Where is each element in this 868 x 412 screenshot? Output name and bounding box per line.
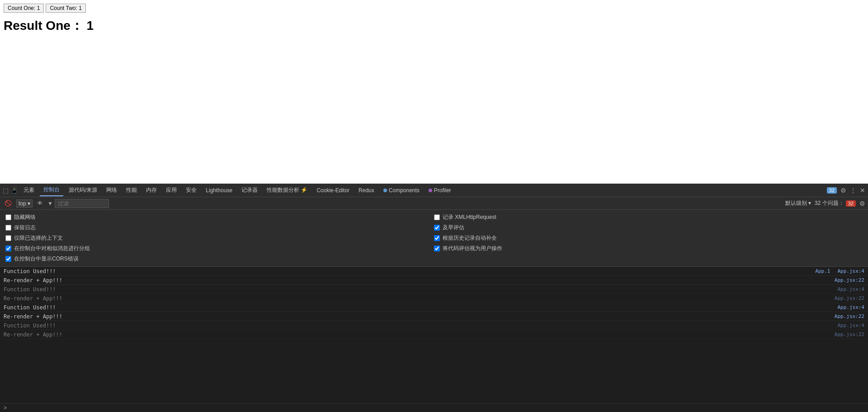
log-row: Function Used!!! App.jsx:4	[0, 321, 868, 330]
tab-redux[interactable]: Redux	[355, 185, 378, 195]
issues-label: 32 个问题：	[815, 199, 844, 207]
log-text: Function Used!!!	[4, 286, 837, 293]
option-hide-network[interactable]: 隐藏网络	[5, 213, 434, 221]
filter-input[interactable]	[55, 199, 109, 208]
eye-button[interactable]: 👁	[35, 199, 45, 208]
log-link[interactable]: App.jsx:22	[835, 313, 864, 319]
option-treat-as-user[interactable]: 将代码评估视为用户操作	[434, 245, 863, 252]
cors-errors-checkbox[interactable]	[5, 256, 11, 262]
group-similar-checkbox[interactable]	[5, 246, 11, 251]
eager-eval-checkbox[interactable]	[434, 225, 440, 231]
clear-console-button[interactable]: 🚫	[3, 199, 14, 208]
count-two-button[interactable]: Count Two: 1	[46, 4, 86, 13]
options-col-right: 记录 XMLHttpRequest 及早评估 根据历史记录自动补全 将代码评估视…	[434, 213, 863, 263]
button-row: Count One: 1 Count Two: 1	[4, 4, 864, 13]
top-select[interactable]: top ▾	[16, 199, 33, 208]
tab-security[interactable]: 安全	[182, 185, 200, 196]
profiler-dot	[429, 189, 432, 192]
tab-perf-insights[interactable]: 性能数据分析 ⚡	[263, 185, 311, 196]
filter-area: ▼	[47, 199, 109, 208]
log-link[interactable]: App.jsx:4	[837, 304, 864, 310]
log-link[interactable]: App.jsx:22	[835, 277, 864, 283]
tab-performance[interactable]: 性能	[123, 185, 141, 196]
more-icon[interactable]: ⋮	[850, 187, 856, 194]
device-icon[interactable]: 📱	[10, 187, 18, 194]
log-row: Re-render + App!!! App.jsx:22	[0, 330, 868, 339]
option-eager-eval[interactable]: 及早评估	[434, 224, 863, 232]
log-link[interactable]: App.jsx:22	[835, 331, 864, 337]
toolbar-right: 32 ⚙ ⋮ ✕	[827, 187, 865, 194]
option-group-similar[interactable]: 在控制台中对相似消息进行分组	[5, 245, 434, 252]
tab-recorder[interactable]: 记录器	[238, 185, 261, 196]
log-xmlhttp-checkbox[interactable]	[434, 214, 440, 220]
option-preserve-log[interactable]: 保留日志	[5, 224, 434, 232]
tab-components[interactable]: Components	[380, 185, 423, 195]
option-selected-context[interactable]: 仅限已选择的上下文	[5, 234, 434, 242]
tab-profiler[interactable]: Profiler	[425, 185, 455, 195]
option-autocomplete[interactable]: 根据历史记录自动补全	[434, 234, 863, 242]
autocomplete-checkbox[interactable]	[434, 235, 440, 241]
tab-elements[interactable]: 元素	[20, 185, 38, 196]
options-col-left: 隐藏网络 保留日志 仅限已选择的上下文 在控制台中对相似消息进行分组 在控制台中…	[5, 213, 434, 263]
option-log-xmlhttp[interactable]: 记录 XMLHttpRequest	[434, 213, 863, 221]
log-link-2[interactable]: App.jsx:4	[837, 268, 864, 274]
error-badge: 32	[827, 187, 837, 194]
tab-cookie-editor[interactable]: Cookie-Editor	[313, 185, 353, 195]
log-text: Function Used!!!	[4, 268, 815, 275]
log-row: Re-render + App!!! App.jsx:22	[0, 294, 868, 303]
filter-icon: ▼	[47, 200, 53, 207]
console-input-row: >	[0, 403, 868, 412]
inspect-icon[interactable]: ⬚	[3, 187, 9, 194]
log-text: Re-render + App!!!	[4, 295, 835, 302]
treat-as-user-checkbox[interactable]	[434, 246, 440, 251]
gear-icon[interactable]: ⚙	[859, 200, 865, 207]
components-dot	[383, 189, 387, 192]
log-row: Function Used!!! App.jsx:4	[0, 285, 868, 294]
preserve-log-checkbox[interactable]	[5, 225, 11, 231]
log-link[interactable]: App.1	[815, 268, 830, 274]
tab-memory[interactable]: 内存	[142, 185, 160, 196]
devtools-panel: ⬚ 📱 元素 控制台 源代码/来源 网络 性能 内存 应用 安全 Lightho…	[0, 184, 868, 412]
log-row: Re-render + App!!! App.jsx:22	[0, 276, 868, 285]
options-panel: 隐藏网络 保留日志 仅限已选择的上下文 在控制台中对相似消息进行分组 在控制台中…	[0, 210, 868, 267]
log-row: Function Used!!! App.jsx:4	[0, 303, 868, 312]
tab-lighthouse[interactable]: Lighthouse	[202, 185, 236, 195]
result-text: Result One： 1	[4, 17, 864, 34]
issues-count: 32	[846, 200, 856, 207]
chevron-icon: >	[4, 405, 7, 411]
console-log-area: Function Used!!! App.1 App.jsx:4 Re-rend…	[0, 267, 868, 403]
devtools-tab-bar: ⬚ 📱 元素 控制台 源代码/来源 网络 性能 内存 应用 安全 Lightho…	[0, 184, 868, 197]
log-text: Re-render + App!!!	[4, 331, 835, 338]
close-icon[interactable]: ✕	[860, 187, 865, 194]
log-text: Re-render + App!!!	[4, 313, 835, 320]
console-toolbar: 🚫 top ▾ 👁 ▼ 默认级别 ▾ 32 个问题： 32 ⚙	[0, 197, 868, 210]
console-toolbar-right: 默认级别 ▾ 32 个问题： 32 ⚙	[785, 199, 865, 207]
issues-badge: 32 个问题： 32	[815, 199, 856, 207]
tab-network[interactable]: 网络	[103, 185, 121, 196]
selected-context-checkbox[interactable]	[5, 235, 11, 241]
log-text: Re-render + App!!!	[4, 277, 835, 284]
default-level-label[interactable]: 默认级别 ▾	[785, 199, 811, 207]
option-cors-errors[interactable]: 在控制台中显示CORS错误	[5, 255, 434, 263]
log-text: Function Used!!!	[4, 304, 837, 311]
tab-sources[interactable]: 源代码/来源	[65, 185, 101, 196]
settings-icon[interactable]: ⚙	[840, 187, 846, 194]
log-text: Function Used!!!	[4, 322, 837, 329]
tab-application[interactable]: 应用	[162, 185, 180, 196]
log-row: Function Used!!! App.1 App.jsx:4	[0, 267, 868, 276]
log-link[interactable]: App.jsx:4	[837, 322, 864, 328]
count-one-button[interactable]: Count One: 1	[4, 4, 44, 13]
log-link[interactable]: App.jsx:4	[837, 286, 864, 292]
hide-network-checkbox[interactable]	[5, 214, 11, 220]
log-row: Re-render + App!!! App.jsx:22	[0, 312, 868, 321]
log-link[interactable]: App.jsx:22	[835, 295, 864, 301]
main-content: Count One: 1 Count Two: 1 Result One： 1	[0, 0, 868, 181]
tab-console[interactable]: 控制台	[40, 184, 63, 196]
